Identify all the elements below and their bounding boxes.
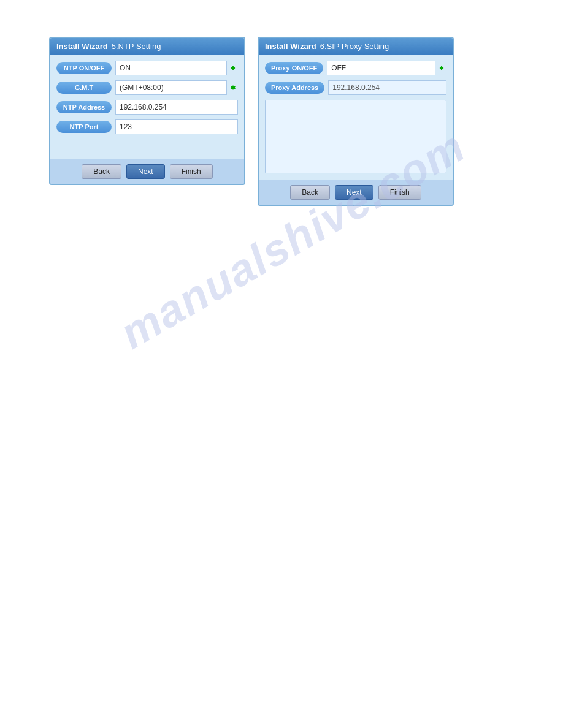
sip-content-area [265,100,446,173]
proxy-onoff-input[interactable] [327,61,435,75]
sip-proxy-dialog: Install Wizard 6.SIP Proxy Setting Proxy… [258,37,454,206]
sip-dialog-title-main: Install Wizard [265,42,316,51]
ntp-address-row: NTP Address [56,100,238,115]
ntp-onoff-input-wrapper [115,61,238,75]
ntp-port-input[interactable] [115,119,238,134]
ntp-address-input-wrapper [115,100,238,115]
ntp-onoff-label: NTP ON/OFF [56,62,112,74]
proxy-address-label: Proxy Address [265,82,324,94]
proxy-onoff-label: Proxy ON/OFF [265,62,323,74]
gmt-label: G.M.T [56,82,112,94]
ntp-next-button[interactable]: Next [126,164,165,179]
ntp-dialog-title-sub: 5.NTP Setting [112,42,161,51]
ntp-onoff-arrows[interactable] [228,63,238,73]
ntp-port-input-wrapper [115,119,238,134]
ntp-back-button[interactable]: Back [82,164,121,179]
ntp-onoff-row: NTP ON/OFF [56,61,238,75]
gmt-arrows[interactable] [228,83,238,93]
ntp-dialog-body: NTP ON/OFF G.M.T [50,55,244,159]
gmt-row: G.M.T [56,80,238,95]
proxy-address-input-wrapper [328,80,446,95]
dialogs-container: Install Wizard 5.NTP Setting NTP ON/OFF [0,0,563,243]
sip-dialog-body: Proxy ON/OFF Proxy Address [259,55,453,180]
sip-dialog-header: Install Wizard 6.SIP Proxy Setting [259,38,453,55]
sip-dialog-title-sub: 6.SIP Proxy Setting [320,42,389,51]
proxy-onoff-arrows[interactable] [437,63,446,73]
proxy-address-row: Proxy Address [265,80,446,95]
ntp-dialog-footer: Back Next Finish [50,159,244,184]
gmt-input-wrapper [115,80,238,95]
ntp-setting-dialog: Install Wizard 5.NTP Setting NTP ON/OFF [49,37,245,185]
gmt-input[interactable] [115,80,227,95]
sip-dialog-footer: Back Next Finish [259,180,453,205]
ntp-port-row: NTP Port [56,119,238,134]
ntp-onoff-input[interactable] [115,61,227,75]
ntp-port-label: NTP Port [56,121,112,133]
proxy-address-input[interactable] [328,80,446,95]
proxy-onoff-input-wrapper [327,61,446,75]
sip-back-button[interactable]: Back [290,185,330,200]
ntp-address-label: NTP Address [56,101,112,113]
ntp-finish-button[interactable]: Finish [170,164,213,179]
sip-finish-button[interactable]: Finish [378,185,421,200]
ntp-dialog-header: Install Wizard 5.NTP Setting [50,38,244,55]
ntp-address-input[interactable] [115,100,238,115]
proxy-onoff-row: Proxy ON/OFF [265,61,446,75]
sip-next-button[interactable]: Next [335,185,373,200]
ntp-dialog-title-main: Install Wizard [56,42,108,51]
